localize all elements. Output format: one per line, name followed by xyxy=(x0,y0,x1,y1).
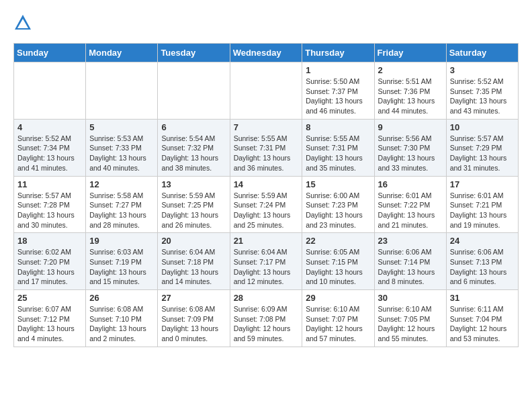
day-cell: 22Sunrise: 6:05 AMSunset: 7:15 PMDayligh… xyxy=(302,233,374,290)
day-number: 22 xyxy=(306,236,370,246)
day-cell xyxy=(14,62,86,120)
day-cell: 20Sunrise: 6:04 AMSunset: 7:18 PMDayligh… xyxy=(158,233,230,290)
day-cell: 18Sunrise: 6:02 AMSunset: 7:20 PMDayligh… xyxy=(14,233,86,290)
day-number: 2 xyxy=(378,65,443,75)
day-cell: 10Sunrise: 5:57 AMSunset: 7:29 PMDayligh… xyxy=(446,119,518,176)
day-info: Sunrise: 6:01 AMSunset: 7:22 PMDaylight:… xyxy=(378,191,443,230)
day-info: Sunrise: 5:54 AMSunset: 7:32 PMDaylight:… xyxy=(161,134,226,173)
weekday-header-saturday: Saturday xyxy=(446,44,518,62)
day-cell: 23Sunrise: 6:06 AMSunset: 7:14 PMDayligh… xyxy=(374,233,446,290)
day-cell: 25Sunrise: 6:07 AMSunset: 7:12 PMDayligh… xyxy=(14,290,86,347)
day-info: Sunrise: 5:55 AMSunset: 7:31 PMDaylight:… xyxy=(306,134,370,173)
day-info: Sunrise: 6:04 AMSunset: 7:17 PMDaylight:… xyxy=(234,247,299,287)
weekday-header-monday: Monday xyxy=(86,44,158,62)
day-info: Sunrise: 6:00 AMSunset: 7:23 PMDaylight:… xyxy=(306,191,370,230)
day-cell xyxy=(158,62,230,120)
day-number: 1 xyxy=(306,65,370,75)
day-info: Sunrise: 6:08 AMSunset: 7:09 PMDaylight:… xyxy=(161,304,226,344)
day-info: Sunrise: 5:57 AMSunset: 7:28 PMDaylight:… xyxy=(17,191,82,230)
day-number: 30 xyxy=(378,293,443,303)
day-cell: 19Sunrise: 6:03 AMSunset: 7:19 PMDayligh… xyxy=(86,233,158,290)
day-number: 21 xyxy=(234,236,299,246)
day-number: 15 xyxy=(306,179,370,189)
day-number: 14 xyxy=(234,179,299,189)
day-info: Sunrise: 6:04 AMSunset: 7:18 PMDaylight:… xyxy=(161,247,226,287)
day-cell: 31Sunrise: 6:11 AMSunset: 7:04 PMDayligh… xyxy=(446,290,518,347)
day-info: Sunrise: 5:56 AMSunset: 7:30 PMDaylight:… xyxy=(378,134,443,173)
day-number: 25 xyxy=(17,293,82,303)
day-info: Sunrise: 6:06 AMSunset: 7:14 PMDaylight:… xyxy=(378,247,443,287)
week-row-4: 18Sunrise: 6:02 AMSunset: 7:20 PMDayligh… xyxy=(14,233,519,290)
day-info: Sunrise: 6:10 AMSunset: 7:07 PMDaylight:… xyxy=(306,304,370,344)
logo-icon xyxy=(13,13,32,32)
day-cell: 3Sunrise: 5:52 AMSunset: 7:35 PMDaylight… xyxy=(446,62,518,120)
day-number: 4 xyxy=(17,122,82,132)
day-cell: 15Sunrise: 6:00 AMSunset: 7:23 PMDayligh… xyxy=(302,176,374,233)
day-info: Sunrise: 5:58 AMSunset: 7:27 PMDaylight:… xyxy=(89,191,154,230)
day-number: 20 xyxy=(161,236,226,246)
day-info: Sunrise: 6:05 AMSunset: 7:15 PMDaylight:… xyxy=(306,247,370,287)
day-number: 18 xyxy=(17,236,82,246)
day-cell: 5Sunrise: 5:53 AMSunset: 7:33 PMDaylight… xyxy=(86,119,158,176)
day-number: 8 xyxy=(306,122,370,132)
day-cell: 2Sunrise: 5:51 AMSunset: 7:36 PMDaylight… xyxy=(374,62,446,120)
day-cell: 7Sunrise: 5:55 AMSunset: 7:31 PMDaylight… xyxy=(230,119,302,176)
day-number: 3 xyxy=(450,65,515,75)
day-cell: 4Sunrise: 5:52 AMSunset: 7:34 PMDaylight… xyxy=(14,119,86,176)
day-info: Sunrise: 6:06 AMSunset: 7:13 PMDaylight:… xyxy=(450,247,515,287)
calendar-table: SundayMondayTuesdayWednesdayThursdayFrid… xyxy=(13,43,519,347)
day-number: 23 xyxy=(378,236,443,246)
day-number: 28 xyxy=(234,293,299,303)
day-number: 24 xyxy=(450,236,515,246)
day-cell: 16Sunrise: 6:01 AMSunset: 7:22 PMDayligh… xyxy=(374,176,446,233)
day-number: 5 xyxy=(89,122,154,132)
day-cell: 9Sunrise: 5:56 AMSunset: 7:30 PMDaylight… xyxy=(374,119,446,176)
day-cell: 13Sunrise: 5:59 AMSunset: 7:25 PMDayligh… xyxy=(158,176,230,233)
weekday-header-wednesday: Wednesday xyxy=(230,44,302,62)
day-number: 12 xyxy=(89,179,154,189)
day-cell: 17Sunrise: 6:01 AMSunset: 7:21 PMDayligh… xyxy=(446,176,518,233)
day-cell xyxy=(230,62,302,120)
week-row-1: 1Sunrise: 5:50 AMSunset: 7:37 PMDaylight… xyxy=(14,62,519,120)
day-info: Sunrise: 5:52 AMSunset: 7:35 PMDaylight:… xyxy=(450,77,515,116)
day-info: Sunrise: 5:52 AMSunset: 7:34 PMDaylight:… xyxy=(17,134,82,173)
day-info: Sunrise: 6:11 AMSunset: 7:04 PMDaylight:… xyxy=(450,304,515,344)
day-cell: 11Sunrise: 5:57 AMSunset: 7:28 PMDayligh… xyxy=(14,176,86,233)
day-info: Sunrise: 5:59 AMSunset: 7:25 PMDaylight:… xyxy=(161,191,226,230)
day-number: 16 xyxy=(378,179,443,189)
day-info: Sunrise: 6:09 AMSunset: 7:08 PMDaylight:… xyxy=(234,304,299,344)
weekday-header-row: SundayMondayTuesdayWednesdayThursdayFrid… xyxy=(14,44,519,62)
day-info: Sunrise: 6:02 AMSunset: 7:20 PMDaylight:… xyxy=(17,247,82,287)
weekday-header-sunday: Sunday xyxy=(14,44,86,62)
day-cell: 1Sunrise: 5:50 AMSunset: 7:37 PMDaylight… xyxy=(302,62,374,120)
day-number: 29 xyxy=(306,293,370,303)
day-cell: 24Sunrise: 6:06 AMSunset: 7:13 PMDayligh… xyxy=(446,233,518,290)
weekday-header-tuesday: Tuesday xyxy=(158,44,230,62)
day-number: 11 xyxy=(17,179,82,189)
day-cell: 8Sunrise: 5:55 AMSunset: 7:31 PMDaylight… xyxy=(302,119,374,176)
day-info: Sunrise: 6:07 AMSunset: 7:12 PMDaylight:… xyxy=(17,304,82,344)
day-cell: 28Sunrise: 6:09 AMSunset: 7:08 PMDayligh… xyxy=(230,290,302,347)
day-number: 19 xyxy=(89,236,154,246)
logo xyxy=(13,13,35,32)
day-info: Sunrise: 5:50 AMSunset: 7:37 PMDaylight:… xyxy=(306,77,370,116)
day-number: 31 xyxy=(450,293,515,303)
day-info: Sunrise: 6:03 AMSunset: 7:19 PMDaylight:… xyxy=(89,247,154,287)
day-number: 27 xyxy=(161,293,226,303)
weekday-header-thursday: Thursday xyxy=(302,44,374,62)
day-number: 6 xyxy=(161,122,226,132)
week-row-2: 4Sunrise: 5:52 AMSunset: 7:34 PMDaylight… xyxy=(14,119,519,176)
day-number: 13 xyxy=(161,179,226,189)
day-number: 17 xyxy=(450,179,515,189)
day-number: 7 xyxy=(234,122,299,132)
day-info: Sunrise: 5:57 AMSunset: 7:29 PMDaylight:… xyxy=(450,134,515,173)
day-info: Sunrise: 5:53 AMSunset: 7:33 PMDaylight:… xyxy=(89,134,154,173)
day-cell: 30Sunrise: 6:10 AMSunset: 7:05 PMDayligh… xyxy=(374,290,446,347)
day-number: 9 xyxy=(378,122,443,132)
day-cell: 12Sunrise: 5:58 AMSunset: 7:27 PMDayligh… xyxy=(86,176,158,233)
day-info: Sunrise: 6:01 AMSunset: 7:21 PMDaylight:… xyxy=(450,191,515,230)
day-info: Sunrise: 6:08 AMSunset: 7:10 PMDaylight:… xyxy=(89,304,154,344)
day-cell: 14Sunrise: 5:59 AMSunset: 7:24 PMDayligh… xyxy=(230,176,302,233)
day-info: Sunrise: 6:10 AMSunset: 7:05 PMDaylight:… xyxy=(378,304,443,344)
week-row-5: 25Sunrise: 6:07 AMSunset: 7:12 PMDayligh… xyxy=(14,290,519,347)
